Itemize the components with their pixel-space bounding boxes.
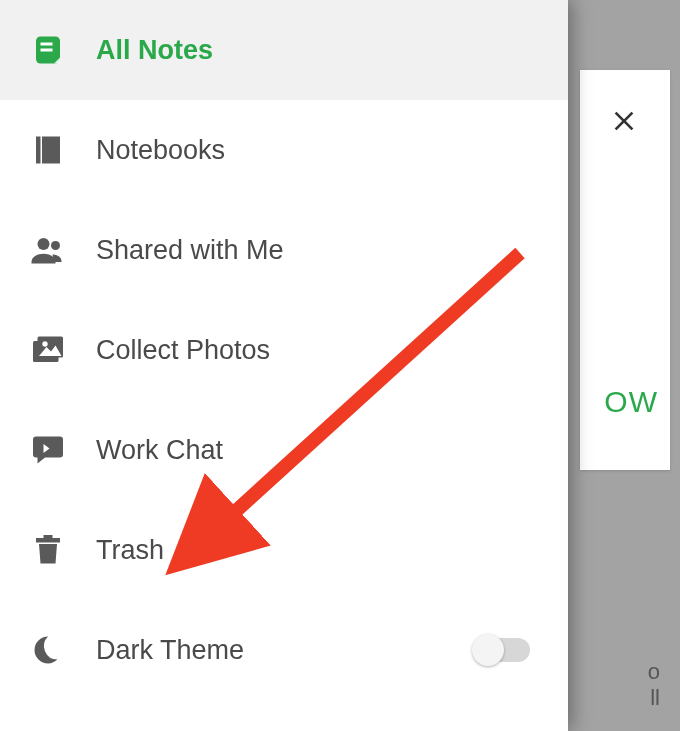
svg-rect-3 (36, 137, 41, 164)
sidebar-item-notebooks[interactable]: Notebooks (0, 100, 568, 200)
svg-rect-1 (41, 43, 53, 46)
chat-icon (30, 432, 66, 468)
svg-point-9 (42, 341, 47, 346)
navigation-drawer: All Notes Notebooks Shared with Me Colle… (0, 0, 568, 731)
svg-rect-2 (41, 49, 53, 52)
sidebar-item-label: Work Chat (96, 435, 223, 466)
moon-icon (30, 632, 66, 668)
trash-icon (30, 532, 66, 568)
svg-rect-10 (36, 538, 60, 543)
svg-rect-11 (44, 535, 53, 538)
sidebar-item-label: Shared with Me (96, 235, 284, 266)
sidebar-item-work-chat[interactable]: Work Chat (0, 400, 568, 500)
note-icon (30, 32, 66, 68)
sidebar-item-shared[interactable]: Shared with Me (0, 200, 568, 300)
svg-point-6 (51, 241, 60, 250)
svg-point-5 (38, 238, 50, 250)
photo-icon (30, 332, 66, 368)
sidebar-item-label: Notebooks (96, 135, 225, 166)
dark-theme-label: Dark Theme (96, 635, 244, 666)
sidebar-item-all-notes[interactable]: All Notes (0, 0, 568, 100)
sidebar-item-label: Collect Photos (96, 335, 270, 366)
dark-theme-toggle[interactable] (474, 638, 530, 662)
background-text: o ll (648, 659, 660, 711)
svg-rect-4 (42, 137, 60, 164)
sidebar-item-dark-theme[interactable]: Dark Theme (0, 600, 568, 700)
sidebar-item-label: All Notes (96, 35, 213, 66)
people-icon (30, 232, 66, 268)
background-action-fragment: OW (604, 385, 658, 419)
toggle-thumb (472, 634, 504, 666)
background-card: OW (580, 70, 670, 470)
sidebar-item-label: Trash (96, 535, 164, 566)
sidebar-item-collect-photos[interactable]: Collect Photos (0, 300, 568, 400)
sidebar-item-trash[interactable]: Trash (0, 500, 568, 600)
notebook-icon (30, 132, 66, 168)
close-icon[interactable] (608, 105, 640, 137)
